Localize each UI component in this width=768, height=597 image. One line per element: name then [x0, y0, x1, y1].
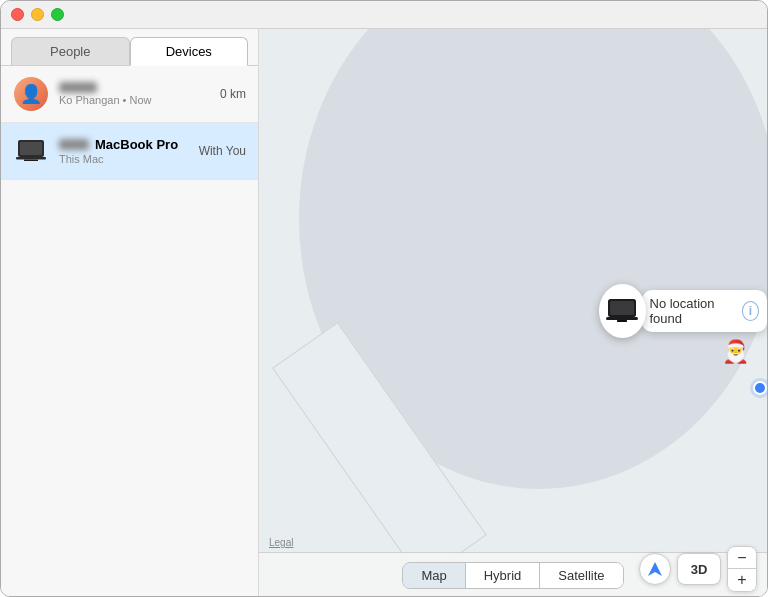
svg-rect-1 [20, 142, 42, 155]
device-map-pin[interactable] [599, 284, 646, 338]
map-type-selector: Map Hybrid Satellite [402, 562, 623, 589]
device-name-row-2: MacBook Pro [59, 137, 193, 152]
device-name-2: MacBook Pro [95, 137, 178, 152]
device-location-1: Ko Phangan • Now [59, 94, 214, 106]
svg-rect-2 [16, 157, 46, 160]
zoom-controls: − + [727, 546, 757, 592]
list-item[interactable]: MacBook Pro This Mac With You [1, 123, 258, 180]
monitor-icon [13, 133, 49, 169]
maximize-button[interactable] [51, 8, 64, 21]
device-status-1: 0 km [214, 87, 246, 101]
macbook-svg [14, 134, 48, 168]
device-name-blur-1 [59, 82, 97, 93]
svg-rect-5 [610, 301, 634, 315]
device-status-2: With You [193, 144, 246, 158]
device-list: 👤 Ko Phangan • Now 0 km [1, 66, 258, 597]
tab-people[interactable]: People [11, 37, 130, 65]
titlebar [1, 1, 767, 29]
map-area[interactable]: No location found i 🎅 Legal Map Hybrid S… [259, 29, 767, 597]
map-bottom-bar: Map Hybrid Satellite 3D − + [259, 552, 767, 597]
person-avatar: 👤 [14, 77, 48, 111]
info-button[interactable]: i [742, 301, 759, 321]
monitor-pin-icon [606, 297, 638, 325]
svg-marker-8 [648, 562, 662, 576]
device-sub-2: This Mac [59, 153, 193, 165]
device-name-blur-2 [59, 139, 89, 150]
map-controls: 3D − + [639, 546, 757, 592]
map-type-hybrid[interactable]: Hybrid [466, 563, 541, 588]
svg-rect-6 [606, 317, 638, 320]
legal-link[interactable]: Legal [269, 537, 293, 548]
3d-button[interactable]: 3D [677, 553, 721, 585]
location-dot [753, 381, 767, 395]
svg-rect-7 [617, 320, 627, 322]
main-layout: People Devices 👤 Ko Phangan • Now [1, 29, 767, 597]
map-type-map[interactable]: Map [403, 563, 465, 588]
tab-bar: People Devices [1, 29, 258, 66]
device-name-row-1 [59, 82, 214, 93]
emoji-badge: 🎅 [722, 339, 749, 365]
map-callout: No location found i [599, 284, 767, 338]
avatar-icon: 👤 [13, 76, 49, 112]
device-info-1: Ko Phangan • Now [59, 82, 214, 106]
minimize-button[interactable] [31, 8, 44, 21]
svg-rect-3 [24, 160, 38, 162]
callout-text: No location found [650, 296, 736, 326]
close-button[interactable] [11, 8, 24, 21]
my-location-button[interactable] [639, 553, 671, 585]
callout-bubble: No location found i [642, 290, 768, 332]
tab-devices[interactable]: Devices [130, 37, 249, 66]
sidebar: People Devices 👤 Ko Phangan • Now [1, 29, 259, 597]
device-info-2: MacBook Pro This Mac [59, 137, 193, 165]
zoom-in-button[interactable]: + [728, 569, 756, 591]
list-item[interactable]: 👤 Ko Phangan • Now 0 km [1, 66, 258, 123]
map-type-satellite[interactable]: Satellite [540, 563, 622, 588]
location-arrow-icon [647, 561, 663, 577]
zoom-out-button[interactable]: − [728, 547, 756, 569]
